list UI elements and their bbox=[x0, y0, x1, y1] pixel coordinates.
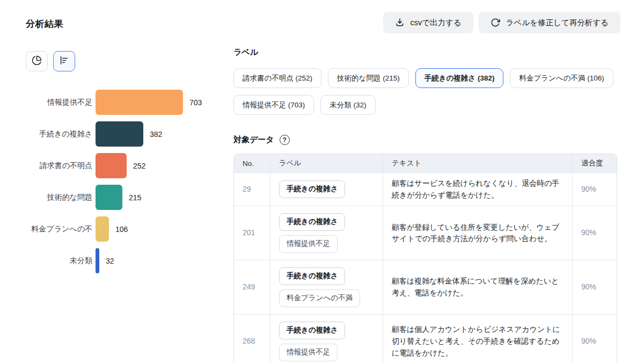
refresh-icon bbox=[491, 18, 500, 27]
question-mark-icon[interactable]: ? bbox=[280, 135, 290, 145]
row-text-cell: 顧客は複雑な料金体系について理解を深めたいと考え、電話をかけた。 bbox=[383, 260, 572, 314]
table-row: 268 手続きの複雑さ情報提供不足 顧客は個人アカウントからビジネスアカウントに… bbox=[234, 314, 617, 363]
bar-chart: 情報提供不足 703 手続きの複雑さ 382 請求書の不明点 252 技術的な問… bbox=[26, 86, 227, 277]
bar-segment[interactable] bbox=[96, 185, 122, 210]
bar-row: 情報提供不足 703 bbox=[26, 86, 227, 118]
bar-segment[interactable] bbox=[96, 153, 127, 178]
label-filter-chip[interactable]: 料金プランへの不満 (106) bbox=[510, 68, 613, 88]
label-filter-chip[interactable]: 技術的な問題 (215) bbox=[328, 68, 409, 88]
row-number-cell: 29 bbox=[234, 172, 270, 206]
page-title: 分析結果 bbox=[26, 18, 63, 30]
bar-row: 料金プランへの不 106 bbox=[26, 213, 227, 245]
row-score-cell: 90% bbox=[572, 172, 617, 206]
row-label-chip: 情報提供不足 bbox=[279, 235, 338, 253]
label-filter-chip[interactable]: 請求書の不明点 (252) bbox=[233, 68, 321, 88]
bar-row: 未分類 32 bbox=[26, 245, 227, 277]
bar-category-label: 請求書の不明点 bbox=[26, 161, 92, 171]
table-row: 201 手続きの複雑さ情報提供不足 顧客が登録している住所を変更したいが、ウェブ… bbox=[234, 206, 617, 260]
target-data-table: No.ラベルテキスト適合度 29 手続きの複雑さ 顧客はサービスを続けられなくな… bbox=[233, 154, 617, 363]
target-data-heading-label: 対象データ bbox=[233, 135, 274, 145]
bar-value-label: 382 bbox=[150, 130, 162, 139]
label-filter-chip[interactable]: 未分類 (32) bbox=[320, 95, 375, 115]
column-header: 適合度 bbox=[572, 154, 617, 172]
export-csv-button[interactable]: csvで出力する bbox=[383, 12, 473, 33]
label-filter-chip[interactable]: 手続きの複雑さ (382) bbox=[415, 68, 504, 88]
row-labels-cell: 手続きの複雑さ情報提供不足 bbox=[270, 314, 383, 363]
column-header: テキスト bbox=[383, 154, 572, 172]
table-header-row: No.ラベルテキスト適合度 bbox=[234, 154, 617, 172]
row-labels-cell: 手続きの複雑さ bbox=[270, 172, 383, 206]
target-data-heading: 対象データ ? bbox=[233, 135, 620, 145]
download-icon bbox=[395, 18, 405, 27]
row-label-chip: 手続きの複雑さ bbox=[279, 180, 345, 198]
labels-heading: ラベル bbox=[233, 47, 620, 57]
reanalyze-label: ラベルを修正して再分析する bbox=[506, 18, 609, 28]
row-number-cell: 268 bbox=[234, 314, 270, 363]
bar-value-label: 703 bbox=[189, 98, 202, 107]
row-score-cell: 90% bbox=[572, 314, 617, 363]
column-header: ラベル bbox=[270, 154, 383, 172]
row-label-chip: 料金プランへの不満 bbox=[279, 289, 360, 307]
bar-chart-toggle[interactable] bbox=[53, 51, 75, 71]
column-header: No. bbox=[234, 154, 270, 172]
row-label-chip: 手続きの複雑さ bbox=[279, 322, 345, 339]
label-filter-chip[interactable]: 情報提供不足 (703) bbox=[233, 95, 314, 115]
row-text-cell: 顧客は個人アカウントからビジネスアカウントに切り替えたいと考え、その手続きを確認… bbox=[383, 314, 572, 363]
chart-type-toggles bbox=[26, 51, 227, 71]
analysis-results-page: 分析結果 csvで出力する ラベルを修正して再分析する bbox=[0, 0, 644, 363]
bar-category-label: 技術的な問題 bbox=[26, 193, 92, 202]
bar-value-label: 215 bbox=[129, 193, 141, 202]
bar-segment[interactable] bbox=[96, 121, 143, 147]
bar-value-label: 32 bbox=[106, 257, 114, 265]
row-label-chip: 手続きの複雑さ bbox=[279, 213, 345, 231]
label-chip-list: 請求書の不明点 (252)技術的な問題 (215)手続きの複雑さ (382)料金… bbox=[233, 68, 620, 115]
export-csv-label: csvで出力する bbox=[411, 18, 462, 28]
bar-value-label: 252 bbox=[133, 162, 145, 170]
horizontal-bar-chart-icon bbox=[59, 55, 69, 67]
row-score-cell: 90% bbox=[572, 206, 617, 260]
row-label-chip: 手続きの複雑さ bbox=[279, 267, 345, 285]
bar-category-label: 料金プランへの不 bbox=[26, 224, 92, 234]
bar-value-label: 106 bbox=[115, 225, 128, 234]
bar-row: 手続きの複雑さ 382 bbox=[26, 118, 227, 150]
bar-segment[interactable] bbox=[96, 90, 183, 115]
row-number-cell: 201 bbox=[234, 206, 270, 260]
bar-segment[interactable] bbox=[96, 216, 109, 242]
row-labels-cell: 手続きの複雑さ情報提供不足 bbox=[270, 206, 383, 260]
row-score-cell: 90% bbox=[572, 260, 617, 314]
row-text-cell: 顧客はサービスを続けられなくなり、退会時の手続きが分からず電話をかけた。 bbox=[383, 172, 572, 206]
bar-row: 技術的な問題 215 bbox=[26, 182, 227, 213]
table-row: 249 手続きの複雑さ料金プランへの不満 顧客は複雑な料金体系について理解を深め… bbox=[234, 260, 617, 314]
chart-panel: 情報提供不足 703 手続きの複雑さ 382 請求書の不明点 252 技術的な問… bbox=[26, 51, 227, 277]
pie-chart-icon bbox=[32, 55, 42, 67]
bar-segment[interactable] bbox=[96, 248, 99, 273]
row-number-cell: 249 bbox=[234, 260, 270, 314]
bar-category-label: 未分類 bbox=[26, 256, 92, 266]
bar-row: 請求書の不明点 252 bbox=[26, 150, 227, 182]
row-label-chip: 情報提供不足 bbox=[279, 344, 338, 361]
details-panel: ラベル 請求書の不明点 (252)技術的な問題 (215)手続きの複雑さ (38… bbox=[233, 47, 620, 363]
pie-chart-toggle[interactable] bbox=[26, 51, 48, 71]
header-actions: csvで出力する ラベルを修正して再分析する bbox=[383, 12, 621, 33]
row-text-cell: 顧客が登録している住所を変更したいが、ウェブサイトでの手続き方法が分からず問い合… bbox=[383, 206, 572, 260]
reanalyze-button[interactable]: ラベルを修正して再分析する bbox=[479, 12, 620, 33]
bar-category-label: 情報提供不足 bbox=[26, 98, 92, 107]
row-labels-cell: 手続きの複雑さ料金プランへの不満 bbox=[270, 260, 383, 314]
bar-category-label: 手続きの複雑さ bbox=[26, 129, 92, 139]
table-row: 29 手続きの複雑さ 顧客はサービスを続けられなくなり、退会時の手続きが分からず… bbox=[234, 172, 617, 206]
